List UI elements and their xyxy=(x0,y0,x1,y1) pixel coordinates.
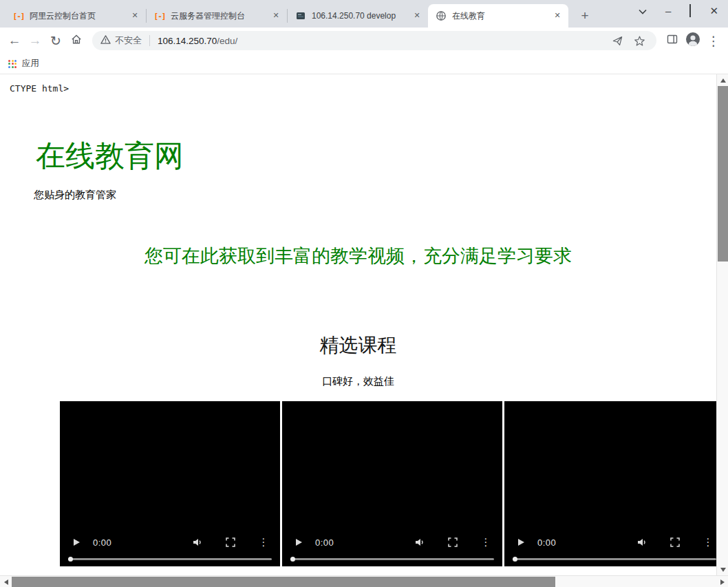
overflow-menu-button[interactable]: ⋮ xyxy=(701,535,715,549)
avatar-icon xyxy=(685,32,700,50)
play-icon xyxy=(294,537,303,547)
play-icon xyxy=(516,537,526,547)
fullscreen-button[interactable] xyxy=(668,535,682,549)
seek-bar[interactable] xyxy=(513,558,716,560)
video-player[interactable]: 0:00 ⋮ xyxy=(60,401,280,566)
warning-icon[interactable] xyxy=(100,34,111,47)
tab-title: 阿里云控制台首页 xyxy=(30,10,124,22)
volume-button[interactable] xyxy=(635,535,649,549)
fullscreen-icon xyxy=(448,537,458,547)
tab-close-icon[interactable]: ✕ xyxy=(129,10,140,21)
new-tab-button[interactable]: + xyxy=(575,4,595,28)
scroll-left-icon xyxy=(4,579,8,585)
tab-close-icon[interactable]: ✕ xyxy=(552,10,563,21)
fullscreen-button[interactable] xyxy=(224,535,237,549)
horizontal-scrollbar[interactable] xyxy=(0,575,728,587)
fullscreen-button[interactable] xyxy=(446,535,460,549)
scroll-down-button[interactable] xyxy=(717,564,728,575)
scroll-right-icon xyxy=(720,579,725,585)
tab-server-develop[interactable]: 106.14.250.70 develop ✕ xyxy=(288,4,428,28)
video-controls: 0:00 ⋮ xyxy=(504,532,716,553)
home-button[interactable] xyxy=(66,30,87,51)
security-label[interactable]: 不安全 xyxy=(115,34,142,47)
url-text[interactable]: 106.14.250.70/edu/ xyxy=(158,36,237,46)
tab-close-icon[interactable]: ✕ xyxy=(411,10,422,21)
overflow-menu-button[interactable]: ⋮ xyxy=(257,535,270,549)
tab-title: 云服务器管理控制台 xyxy=(171,10,265,22)
reload-icon: ↻ xyxy=(50,33,61,49)
overflow-menu-button[interactable]: ⋮ xyxy=(479,535,493,549)
back-button[interactable]: ← xyxy=(4,30,25,51)
maximize-button[interactable] xyxy=(689,5,691,17)
reload-button[interactable]: ↻ xyxy=(45,30,66,51)
volume-icon xyxy=(192,537,203,548)
tab-online-edu-active[interactable]: 在线教育 ✕ xyxy=(428,4,568,28)
globe-icon xyxy=(436,10,447,21)
tab-aliyun-home[interactable]: [-] 阿里云控制台首页 ✕ xyxy=(6,4,146,28)
doctype-fragment: CTYPE html> xyxy=(10,83,69,94)
tab-title: 106.14.250.70 develop xyxy=(312,11,406,21)
url-path: /edu/ xyxy=(217,36,237,46)
browser-window: [-] 阿里云控制台首页 ✕ [-] 云服务器管理控制台 ✕ 106.14.25… xyxy=(0,0,728,587)
scroll-right-button[interactable] xyxy=(716,576,728,587)
tagline: 您可在此获取到丰富的教学视频，充分满足学习要求 xyxy=(0,244,716,268)
vertical-scrollbar[interactable] xyxy=(716,74,728,575)
forward-icon: → xyxy=(29,33,42,48)
browser-toolbar: ← → ↻ 不安全 106.14.250.70/edu/ xyxy=(0,28,728,54)
side-panel-button[interactable] xyxy=(662,30,683,51)
maximize-icon xyxy=(689,4,691,17)
video-time-label: 0:00 xyxy=(315,537,334,548)
tab-ecs-console[interactable]: [-] 云服务器管理控制台 ✕ xyxy=(147,4,287,28)
fullscreen-icon xyxy=(226,537,235,547)
tab-close-icon[interactable]: ✕ xyxy=(270,10,281,21)
scroll-up-icon xyxy=(720,78,726,83)
scroll-left-button[interactable] xyxy=(0,576,12,587)
video-time-label: 0:00 xyxy=(93,537,111,548)
featured-subheading: 口碑好，效益佳 xyxy=(0,375,716,388)
scroll-down-icon xyxy=(720,568,726,572)
profile-avatar[interactable] xyxy=(683,30,703,51)
server-favicon-icon xyxy=(295,10,306,21)
volume-button[interactable] xyxy=(413,535,427,549)
video-controls: 0:00 ⋮ xyxy=(60,532,280,553)
forward-button[interactable]: → xyxy=(25,30,45,51)
play-icon xyxy=(72,537,81,547)
video-row: 0:00 ⋮ xyxy=(60,401,716,566)
page-content: CTYPE html> 在线教育网 您贴身的教育管家 您可在此获取到丰富的教学视… xyxy=(0,74,716,575)
vertical-scroll-thumb[interactable] xyxy=(718,86,728,262)
video-player[interactable]: 0:00 ⋮ xyxy=(282,401,502,566)
play-button[interactable] xyxy=(69,535,83,549)
play-button[interactable] xyxy=(292,535,306,549)
address-bar[interactable]: 不安全 106.14.250.70/edu/ xyxy=(92,31,656,50)
aliyun-logo-icon: [-] xyxy=(154,10,165,21)
send-to-device-button[interactable] xyxy=(608,32,626,50)
home-icon xyxy=(70,33,83,49)
video-controls: 0:00 ⋮ xyxy=(282,532,502,553)
bookmark-star-button[interactable] xyxy=(630,32,648,50)
browser-menu-button[interactable]: ⋮ xyxy=(703,30,724,51)
site-title: 在线教育网 xyxy=(36,136,184,176)
minimize-button[interactable]: – xyxy=(665,6,671,17)
seek-bar[interactable] xyxy=(290,558,494,560)
apps-shortcut[interactable]: 应用 xyxy=(8,58,39,70)
seek-bar[interactable] xyxy=(68,558,272,560)
tab-title: 在线教育 xyxy=(452,10,546,22)
scroll-up-button[interactable] xyxy=(717,74,728,86)
close-window-button[interactable]: ✕ xyxy=(709,6,718,17)
fullscreen-icon xyxy=(670,537,680,547)
chevron-down-icon[interactable] xyxy=(639,5,647,17)
play-button[interactable] xyxy=(514,535,528,549)
featured-heading: 精选课程 xyxy=(0,332,716,359)
side-panel-icon xyxy=(666,33,678,49)
volume-button[interactable] xyxy=(191,535,204,549)
aliyun-logo-icon: [-] xyxy=(13,10,24,21)
page-viewport: CTYPE html> 在线教育网 您贴身的教育管家 您可在此获取到丰富的教学视… xyxy=(0,74,728,587)
horizontal-scroll-thumb[interactable] xyxy=(12,577,555,587)
url-host: 106.14.250.70 xyxy=(158,36,217,46)
send-icon xyxy=(612,35,623,47)
volume-icon xyxy=(636,537,647,548)
video-player[interactable]: 0:00 ⋮ xyxy=(504,401,716,566)
tab-bar: [-] 阿里云控制台首页 ✕ [-] 云服务器管理控制台 ✕ 106.14.25… xyxy=(0,0,728,28)
window-caption-buttons: – ✕ xyxy=(639,5,718,17)
apps-grid-icon xyxy=(8,60,17,68)
